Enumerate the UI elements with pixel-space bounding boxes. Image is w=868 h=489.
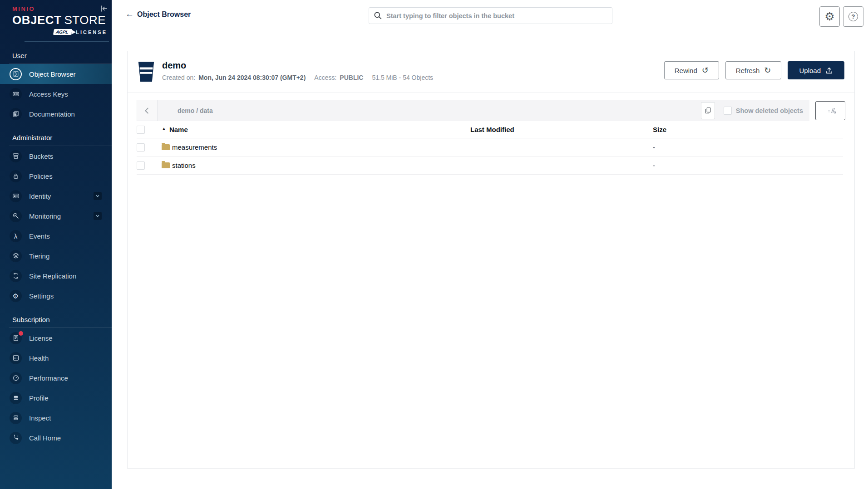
sidebar-item-health[interactable]: Health <box>0 348 112 368</box>
breadcrumb-back-button[interactable] <box>137 100 158 121</box>
row-checkbox[interactable] <box>137 143 145 152</box>
object-name[interactable]: measurements <box>172 143 217 151</box>
sidebar-item-label: Monitoring <box>29 212 61 220</box>
object-name[interactable]: stations <box>172 161 196 169</box>
create-new-path-button[interactable] <box>815 101 845 120</box>
sidebar-item-call-home[interactable]: Call Home <box>0 428 112 448</box>
sidebar-item-documentation[interactable]: Documentation <box>0 104 112 124</box>
license-label: LICENSE <box>76 29 107 35</box>
sidebar-item-object-browser[interactable]: Object Browser <box>0 64 112 84</box>
sidebar-item-label: Profile <box>29 394 49 402</box>
logo-store-text: STORE <box>64 13 106 27</box>
collapse-sidebar-icon[interactable] <box>99 4 108 14</box>
bucket-name: demo <box>162 60 433 71</box>
column-header-last-modified[interactable]: Last Modified <box>470 126 653 133</box>
sidebar-item-profile[interactable]: Profile <box>0 388 112 408</box>
sidebar-item-label: Inspect <box>29 414 51 422</box>
performance-icon <box>10 372 22 384</box>
sidebar-item-label: Call Home <box>29 434 61 442</box>
sidebar-item-monitoring[interactable]: Monitoring <box>0 206 112 226</box>
policies-icon <box>10 170 22 182</box>
sidebar-section-subscription: Subscription License Health Performance <box>0 316 112 448</box>
table-header-row: ▲ Name Last Modified Size <box>137 121 843 138</box>
bucket-icon <box>137 60 156 85</box>
license-alert-badge <box>19 331 23 336</box>
sidebar-item-label: Performance <box>29 374 68 382</box>
minio-brand-text: MINIO <box>12 5 112 12</box>
sidebar-item-policies[interactable]: Policies <box>0 166 112 186</box>
bucket-header: demo Created on: Mon, Jun 24 2024 08:30:… <box>128 51 854 93</box>
chevron-down-icon[interactable] <box>94 212 102 220</box>
breadcrumb[interactable]: demo / data <box>178 107 213 114</box>
sidebar-item-access-keys[interactable]: Access Keys <box>0 84 112 104</box>
column-header-name[interactable]: ▲ Name <box>162 126 470 133</box>
sidebar-item-settings[interactable]: ⚙ Settings <box>0 286 112 306</box>
sidebar-item-label: Settings <box>29 292 54 300</box>
created-value: Mon, Jun 24 2024 08:30:07 (GMT+2) <box>198 74 306 81</box>
sidebar-item-license[interactable]: License <box>0 328 112 348</box>
access-label: Access: <box>314 74 336 81</box>
sidebar-item-label: Health <box>29 354 49 362</box>
sidebar-item-identity[interactable]: Identity <box>0 186 112 206</box>
sidebar-item-inspect[interactable]: Inspect <box>0 408 112 428</box>
rewind-label: Rewind <box>675 67 697 74</box>
search-icon <box>374 11 382 20</box>
help-icon: ? <box>848 12 858 21</box>
logo-divider <box>25 41 109 42</box>
call-home-icon <box>10 432 22 444</box>
bucket-actions: Rewind ↺ Refresh ↻ Upload <box>664 60 844 85</box>
documentation-icon <box>10 108 22 120</box>
row-checkbox[interactable] <box>137 161 145 170</box>
select-all-checkbox[interactable] <box>137 126 145 134</box>
health-icon <box>10 352 22 364</box>
created-label: Created on: <box>162 74 195 81</box>
rewind-button[interactable]: Rewind ↺ <box>664 61 719 79</box>
upload-button[interactable]: Upload <box>788 61 844 79</box>
section-label-subscription: Subscription <box>0 316 112 323</box>
sidebar-item-label: Access Keys <box>29 90 68 98</box>
bucket-meta: Created on: Mon, Jun 24 2024 08:30:07 (G… <box>162 74 433 81</box>
name-header-label: Name <box>169 126 188 133</box>
column-header-size[interactable]: Size <box>653 126 843 133</box>
sidebar-item-site-replication[interactable]: Site Replication <box>0 266 112 286</box>
refresh-button[interactable]: Refresh ↻ <box>725 61 782 79</box>
replication-icon <box>10 270 22 282</box>
new-path-icon <box>828 107 837 114</box>
top-header: ← Object Browser ⚙ ? <box>112 0 868 28</box>
sort-asc-icon: ▲ <box>162 126 166 131</box>
table-row[interactable]: stations - <box>137 156 843 175</box>
settings-button[interactable]: ⚙ <box>819 6 840 27</box>
agpl-badge: AGPL <box>53 29 72 35</box>
profile-icon <box>10 392 22 404</box>
sidebar-item-label: Site Replication <box>29 272 76 280</box>
copy-path-button[interactable] <box>701 102 715 119</box>
back-arrow-icon[interactable]: ← <box>125 9 134 19</box>
gear-icon: ⚙ <box>824 10 834 23</box>
show-deleted-checkbox[interactable] <box>724 107 732 115</box>
monitoring-icon <box>10 210 22 222</box>
tiering-icon <box>10 250 22 262</box>
search-input[interactable] <box>386 12 607 20</box>
search-box <box>369 7 612 24</box>
chevron-down-icon[interactable] <box>94 192 102 200</box>
access-value: PUBLIC <box>340 74 363 81</box>
table-row[interactable]: measurements - <box>137 138 843 156</box>
help-button[interactable]: ? <box>843 6 863 27</box>
identity-icon <box>10 190 22 202</box>
objects-table: ▲ Name Last Modified Size measurements - <box>137 121 843 175</box>
sidebar-section-administrator: Administrator Buckets Policies Identity <box>0 134 112 306</box>
inspect-icon <box>10 412 22 424</box>
access-keys-icon <box>10 88 22 100</box>
sidebar-section-user: User Object Browser Access Keys Document… <box>0 52 112 124</box>
copy-icon <box>705 107 711 114</box>
breadcrumb-bar: demo / data Show deleted objects <box>158 100 809 121</box>
gear-icon: ⚙ <box>10 290 22 302</box>
upload-label: Upload <box>799 67 821 74</box>
sidebar-item-label: Object Browser <box>29 70 76 78</box>
sidebar-item-performance[interactable]: Performance <box>0 368 112 388</box>
sidebar-item-buckets[interactable]: Buckets <box>0 146 112 166</box>
sidebar-item-events[interactable]: λ Events <box>0 226 112 246</box>
sidebar-item-tiering[interactable]: Tiering <box>0 246 112 266</box>
show-deleted-label[interactable]: Show deleted objects <box>736 107 803 114</box>
sidebar-item-label: Events <box>29 232 50 240</box>
